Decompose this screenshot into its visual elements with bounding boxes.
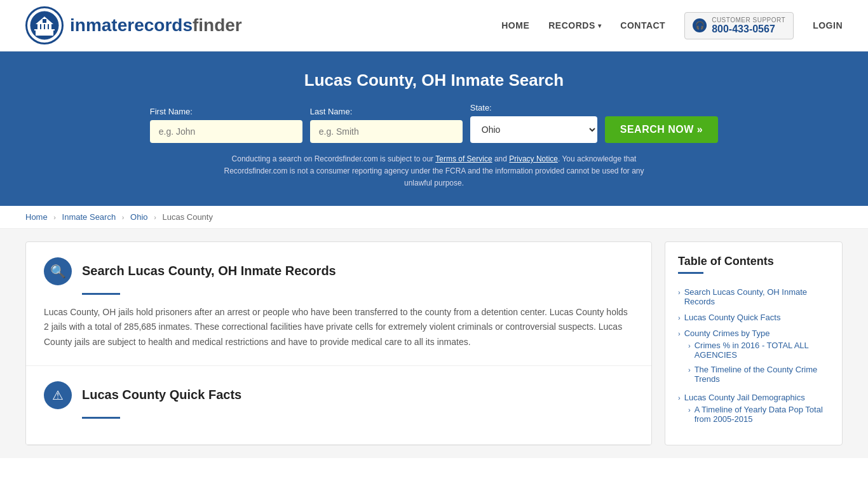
section-search-records-text: Lucas County, OH jails hold prisoners af… [44, 305, 634, 350]
state-group: State: Ohio Alabama Alaska Arizona Arkan… [470, 103, 597, 143]
toc-link-timeline-pop[interactable]: › A Timeline of Yearly Data Pop Total fr… [688, 405, 829, 424]
toc-chevron-2: › [678, 314, 681, 322]
svg-rect-7 [43, 19, 46, 23]
toc-link-demographics[interactable]: › Lucas County Jail Demographics [678, 393, 829, 402]
last-name-input[interactable] [310, 120, 463, 143]
toc-title: Table of Contents [678, 255, 829, 268]
disclaimer-text: Conducting a search on Recordsfinder.com… [212, 153, 656, 190]
hero-title: Lucas County, OH Inmate Search [25, 71, 843, 90]
breadcrumb-sep-2: › [122, 214, 125, 221]
breadcrumb: Home › Inmate Search › Ohio › Lucas Coun… [0, 206, 868, 229]
site-header: inmaterecordsfinder HOME RECORDS ▾ CONTA… [0, 0, 868, 51]
support-label: CUSTOMER SUPPORT [712, 17, 785, 24]
search-form: First Name: Last Name: State: Ohio Alaba… [25, 103, 843, 143]
toc-link-crimes-by-type[interactable]: › County Crimes by Type [678, 329, 829, 338]
section-underline-1 [82, 293, 120, 295]
toc-chevron-3: › [678, 330, 681, 337]
toc-link-quick-facts[interactable]: › Lucas County Quick Facts [678, 313, 829, 322]
last-name-label: Last Name: [310, 107, 463, 116]
toc-list: › Search Lucas County, OH Inmate Records… [678, 284, 829, 430]
breadcrumb-home[interactable]: Home [25, 212, 48, 222]
breadcrumb-inmate-search[interactable]: Inmate Search [62, 212, 116, 222]
login-button[interactable]: LOGIN [813, 20, 843, 30]
content-left: 🔍 Search Lucas County, OH Inmate Records… [25, 241, 652, 445]
support-number: 800-433-0567 [712, 24, 785, 35]
toc-chevron-sub-1: › [688, 342, 691, 349]
toc-item-crimes-by-type: › County Crimes by Type › Crimes % in 20… [678, 325, 829, 390]
state-select[interactable]: Ohio Alabama Alaska Arizona Arkansas Cal… [470, 116, 597, 143]
nav-records[interactable]: RECORDS ▾ [548, 20, 601, 30]
state-label: State: [470, 103, 597, 112]
toc-chevron-1: › [678, 288, 681, 296]
main-content: 🔍 Search Lucas County, OH Inmate Records… [0, 229, 868, 458]
section-search-records: 🔍 Search Lucas County, OH Inmate Records… [26, 242, 651, 366]
toc-sub-demographics: › A Timeline of Yearly Data Pop Total fr… [688, 402, 829, 426]
breadcrumb-ohio[interactable]: Ohio [130, 212, 147, 222]
search-hero: Lucas County, OH Inmate Search First Nam… [0, 51, 868, 206]
toc-sub-crimes: › Crimes % in 2016 - TOTAL ALL AGENCIES … [688, 338, 829, 386]
breadcrumb-sep-1: › [53, 214, 56, 221]
main-nav: HOME RECORDS ▾ CONTACT 🎧 CUSTOMER SUPPOR… [501, 12, 843, 39]
first-name-label: First Name: [150, 107, 302, 116]
svg-rect-8 [34, 29, 55, 30]
toc-item-demographics: › Lucas County Jail Demographics › A Tim… [678, 390, 829, 430]
table-of-contents: Table of Contents › Search Lucas County,… [665, 241, 843, 445]
first-name-group: First Name: [150, 107, 302, 143]
toc-underline [678, 272, 703, 274]
alert-circle-icon: ⚠ [44, 381, 72, 409]
headset-icon: 🎧 [693, 18, 707, 32]
toc-chevron-sub-3: › [688, 406, 691, 414]
nav-home[interactable]: HOME [501, 20, 529, 30]
toc-item-quick-facts: › Lucas County Quick Facts [678, 309, 829, 325]
section-underline-2 [82, 417, 120, 419]
nav-contact[interactable]: CONTACT [620, 20, 665, 30]
toc-link-search[interactable]: › Search Lucas County, OH Inmate Records [678, 287, 829, 306]
toc-item-crimes-2016: › Crimes % in 2016 - TOTAL ALL AGENCIES [688, 338, 829, 362]
toc-link-timeline-trends[interactable]: › The Timeline of the County Crime Trend… [688, 365, 829, 384]
support-box: 🎧 CUSTOMER SUPPORT 800-433-0567 [684, 12, 794, 39]
toc-item-search: › Search Lucas County, OH Inmate Records [678, 284, 829, 309]
records-chevron-icon: ▾ [598, 22, 602, 29]
toc-chevron-sub-2: › [688, 366, 691, 374]
toc-item-timeline-trends: › The Timeline of the County Crime Trend… [688, 362, 829, 386]
search-circle-icon: 🔍 [44, 257, 72, 285]
logo-area: inmaterecordsfinder [25, 6, 242, 44]
section-quick-facts-header: ⚠ Lucas County Quick Facts [44, 381, 634, 409]
last-name-group: Last Name: [310, 107, 463, 143]
tos-link[interactable]: Terms of Service [435, 154, 492, 163]
first-name-input[interactable] [150, 120, 302, 143]
breadcrumb-sep-3: › [154, 214, 156, 221]
section-search-records-header: 🔍 Search Lucas County, OH Inmate Records [44, 257, 634, 285]
section-quick-facts-title: Lucas County Quick Facts [82, 388, 241, 402]
toc-link-crimes-2016[interactable]: › Crimes % in 2016 - TOTAL ALL AGENCIES [688, 341, 829, 360]
breadcrumb-lucas-county: Lucas County [162, 212, 213, 222]
support-text: CUSTOMER SUPPORT 800-433-0567 [712, 17, 785, 35]
logo-icon [25, 6, 64, 44]
section-search-records-title: Search Lucas County, OH Inmate Records [82, 264, 336, 278]
privacy-link[interactable]: Privacy Notice [509, 154, 558, 163]
section-quick-facts: ⚠ Lucas County Quick Facts [26, 366, 651, 445]
toc-item-timeline-pop: › A Timeline of Yearly Data Pop Total fr… [688, 402, 829, 426]
logo-text: inmaterecordsfinder [70, 15, 242, 36]
search-now-button[interactable]: SEARCH NOW » [605, 116, 718, 143]
toc-chevron-4: › [678, 394, 681, 402]
